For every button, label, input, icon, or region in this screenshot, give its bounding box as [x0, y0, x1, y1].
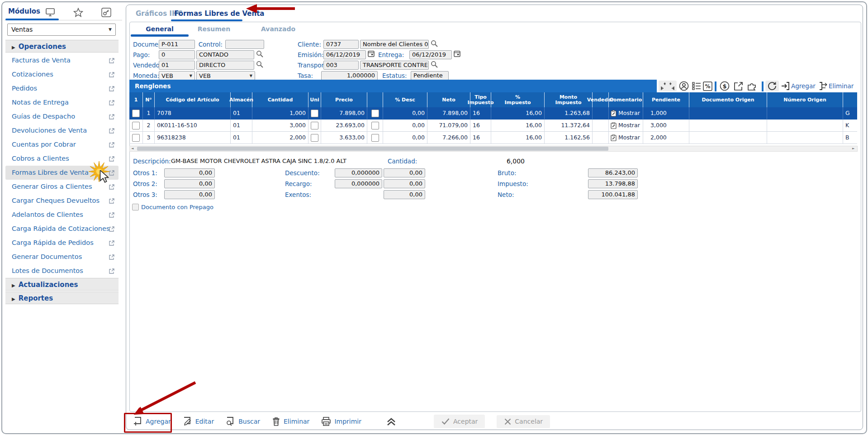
- scroll-left-arrow[interactable]: ◄: [131, 147, 133, 151]
- row-checkbox[interactable]: [311, 134, 318, 142]
- row-checkbox[interactable]: [132, 110, 140, 117]
- footer-collapse-button[interactable]: [386, 417, 397, 426]
- tab-modulos[interactable]: Módulos: [8, 7, 40, 15]
- transporte-code-field[interactable]: 003: [323, 61, 359, 70]
- footer-editar-button[interactable]: Editar: [183, 416, 214, 426]
- checkbox-cell[interactable]: [129, 120, 143, 132]
- sidebar-item-adelantos-de-clientes[interactable]: Adelantos de Clientes: [5, 208, 119, 222]
- mostrar-link[interactable]: Mostrar: [618, 132, 640, 143]
- sidebar-section-operaciones[interactable]: ▶Operaciones: [5, 40, 119, 53]
- sidebar-item-cuentas-por-cobrar[interactable]: Cuentas por Cobrar: [5, 138, 119, 152]
- otros2-field[interactable]: 0,00: [164, 179, 215, 188]
- row-checkbox[interactable]: [132, 134, 140, 142]
- column-header-n°[interactable]: N°: [143, 92, 155, 107]
- vendedor-search-icon[interactable]: [256, 60, 264, 68]
- mostrar-link[interactable]: Mostrar: [618, 107, 640, 119]
- checkbox-cell[interactable]: [367, 120, 383, 132]
- sidebar-item-carga-r-pida-de-cotizaciones[interactable]: Carga Rápida de Cotizaciones: [5, 222, 119, 236]
- column-header-almac-n[interactable]: Almacén: [231, 92, 252, 107]
- recargo-rate-field[interactable]: 0,000000: [335, 179, 382, 188]
- column-header-neto[interactable]: Neto: [427, 92, 470, 107]
- recargo-amount-field[interactable]: 0,00: [384, 179, 425, 188]
- cliente-name-field[interactable]: Nombre del Clientes 073: [360, 40, 429, 49]
- row-checkbox[interactable]: [371, 110, 379, 117]
- footer-eliminar-button[interactable]: Eliminar: [272, 416, 309, 426]
- scroll-right-arrow[interactable]: ►: [852, 147, 854, 151]
- documento-field[interactable]: P-011: [159, 40, 195, 49]
- vendedor-code-field[interactable]: 01: [159, 61, 195, 70]
- footer-cancelar-button[interactable]: Cancelar: [497, 415, 550, 428]
- sidebar-item-cargar-cheques-devueltos[interactable]: Cargar Cheques Devueltos: [5, 194, 119, 208]
- sidebar-item-lotes-de-documentos[interactable]: Lotes de Documentos: [5, 264, 119, 278]
- monitor-icon[interactable]: [45, 8, 55, 17]
- pago-code-field[interactable]: 0: [159, 50, 195, 59]
- footer-aceptar-button[interactable]: Aceptar: [434, 415, 485, 428]
- sidebar-section-actualizaciones[interactable]: ▶Actualizaciones: [5, 278, 119, 291]
- key-icon[interactable]: [101, 8, 111, 17]
- moneda-select-1[interactable]: VEB▼: [159, 71, 195, 80]
- sidebar-item-notas-de-entrega[interactable]: Notas de Entrega: [5, 96, 119, 110]
- emision-calendar-icon[interactable]: [367, 50, 375, 57]
- column-header-vendedor[interactable]: Vendedor: [593, 92, 609, 107]
- column-header-1[interactable]: 1: [129, 92, 143, 107]
- moneda-select-2[interactable]: VEB▼: [196, 71, 255, 80]
- column-header-tipo-impuesto[interactable]: Tipo Impuesto: [470, 92, 491, 107]
- column-header-%-impuesto[interactable]: % Impuesto: [491, 92, 545, 107]
- pago-name-field[interactable]: CONTADO: [196, 50, 254, 59]
- sidebar-item-gu-as-de-despacho[interactable]: Guías de Despacho: [5, 110, 119, 124]
- column-header-7[interactable]: [367, 92, 383, 107]
- checkbox-cell[interactable]: [367, 132, 383, 144]
- subtab-avanzado[interactable]: Avanzado: [249, 25, 308, 33]
- prepago-checkbox[interactable]: [132, 204, 139, 210]
- exentos-field[interactable]: 0,00: [384, 190, 425, 199]
- sidebar-item-cotizaciones[interactable]: Cotizaciones: [5, 67, 119, 81]
- add-row-icon[interactable]: [781, 81, 791, 91]
- table-row[interactable]: 17078011,0007.898,000,007.898,001616,001…: [129, 107, 857, 120]
- footer-buscar-button[interactable]: Buscar: [226, 416, 260, 426]
- mostrar-link[interactable]: Mostrar: [618, 120, 640, 131]
- column-header-documento-origen[interactable]: Documento Origen: [689, 92, 767, 107]
- otros3-field[interactable]: 0,00: [164, 190, 215, 199]
- currency-icon[interactable]: $: [719, 81, 730, 91]
- footer-imprimir-button[interactable]: Imprimir: [321, 416, 361, 426]
- row-checkbox[interactable]: [132, 122, 140, 129]
- descuento-rate-field[interactable]: 0,000000: [335, 168, 382, 177]
- column-header-c-digo-del-art-culo[interactable]: Código del Artículo: [155, 92, 231, 107]
- scrollbar-thumb[interactable]: [137, 147, 608, 151]
- comentario-cell[interactable]: Mostrar: [609, 107, 643, 120]
- footer-agregar-button[interactable]: Agregar: [133, 416, 171, 426]
- percent-icon[interactable]: %: [702, 81, 713, 91]
- tab-formas-libres-de-venta[interactable]: Formas Libres de Venta: [174, 10, 264, 18]
- transporte-search-icon[interactable]: [430, 60, 438, 68]
- remove-row-icon[interactable]: [818, 81, 828, 91]
- checkbox-cell[interactable]: [308, 120, 321, 132]
- vendedor-name-field[interactable]: DIRECTO: [196, 61, 254, 70]
- column-header-%-desc[interactable]: % Desc: [383, 92, 427, 107]
- row-checkbox[interactable]: [371, 134, 379, 142]
- column-header-18[interactable]: [843, 92, 857, 107]
- sidebar-section-reportes[interactable]: ▶Reportes: [5, 292, 119, 304]
- column-header-cantidad[interactable]: Cantidad: [252, 92, 308, 107]
- list-icon[interactable]: [691, 81, 702, 91]
- renglones-agregar-button[interactable]: Agregar: [791, 81, 816, 91]
- plugin-icon[interactable]: [746, 81, 759, 91]
- renglones-eliminar-button[interactable]: Eliminar: [829, 81, 854, 91]
- sidebar-item-pedidos[interactable]: Pedidos: [5, 81, 119, 96]
- table-row[interactable]: 396318238012,0003.633,000,007.266,001616…: [129, 132, 857, 144]
- row-checkbox[interactable]: [311, 122, 318, 129]
- sidebar-item-devoluciones-de-venta[interactable]: Devoluciones de Venta: [5, 124, 119, 138]
- sidebar-item-facturas-de-venta[interactable]: Facturas de Venta: [5, 53, 119, 67]
- table-row[interactable]: 20K011-16-510013,00023.693,000,0071.079,…: [129, 120, 857, 132]
- pago-search-icon[interactable]: [256, 50, 264, 58]
- comentario-cell[interactable]: Mostrar: [609, 120, 643, 132]
- sidebar-item-generar-documentos[interactable]: Generar Documentos: [5, 250, 119, 264]
- column-header-precio[interactable]: Precio: [321, 92, 367, 107]
- descuento-amount-field[interactable]: 0,00: [384, 168, 425, 177]
- column-header-pendiente[interactable]: Pendiente: [643, 92, 689, 107]
- entrega-calendar-icon[interactable]: [453, 50, 461, 57]
- emision-field[interactable]: 06/12/2019: [323, 50, 366, 59]
- module-select[interactable]: Ventas ▼: [7, 24, 116, 36]
- checkbox-cell[interactable]: [367, 107, 383, 120]
- column-header-uni[interactable]: Uni: [308, 92, 321, 107]
- checkbox-cell[interactable]: [308, 107, 321, 120]
